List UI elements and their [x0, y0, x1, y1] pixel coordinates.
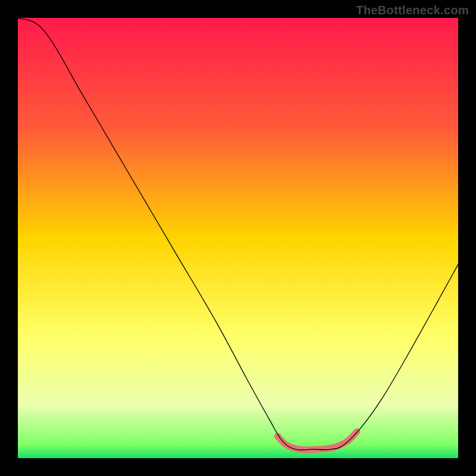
chart-container: TheBottleneck.com [0, 0, 476, 476]
watermark-text: TheBottleneck.com [356, 4, 469, 17]
plot-area [18, 18, 458, 458]
gradient-background [18, 18, 458, 458]
chart-svg [18, 18, 458, 458]
